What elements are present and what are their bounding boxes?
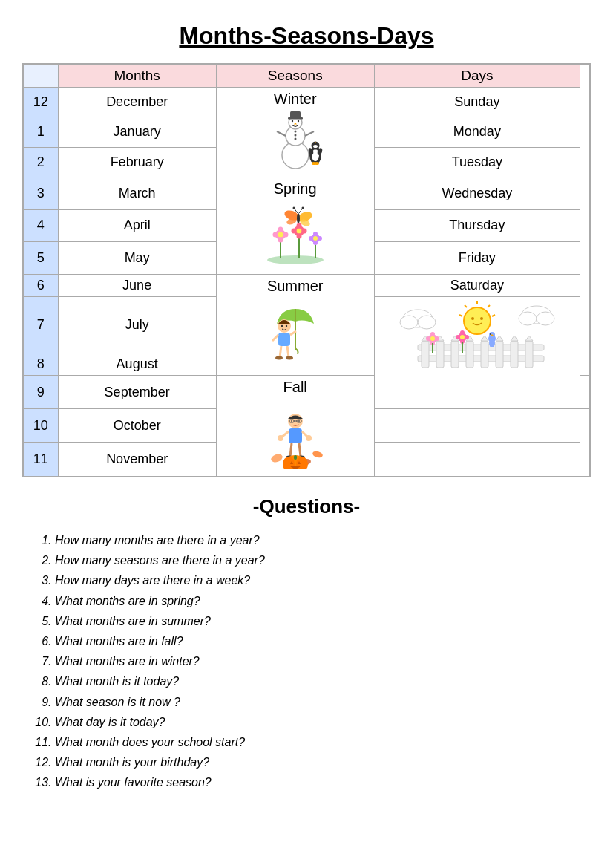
question-item: What day is it today? <box>55 712 591 732</box>
question-item: What months are in spring? <box>55 591 591 611</box>
question-item: What months are in winter? <box>55 651 591 671</box>
summer-scene-icon <box>396 300 559 389</box>
svg-point-40 <box>309 236 313 241</box>
row-num: 10 <box>23 409 58 443</box>
month-cell: July <box>58 297 216 353</box>
row-num: 9 <box>23 376 58 409</box>
question-item: What is your favorite season? <box>55 772 591 792</box>
svg-point-42 <box>313 232 318 236</box>
spring-icon <box>262 200 329 267</box>
svg-rect-90 <box>496 341 503 368</box>
svg-point-5 <box>291 120 292 122</box>
day-cell: Wednesday <box>374 177 580 210</box>
svg-point-104 <box>456 335 460 339</box>
table-row: 3 March Spring <box>23 177 590 210</box>
svg-point-106 <box>460 330 465 335</box>
svg-rect-57 <box>278 333 290 346</box>
season-fall-cell: Fall <box>216 376 374 477</box>
summer-icon <box>262 298 329 368</box>
svg-point-98 <box>435 336 439 341</box>
svg-point-43 <box>313 241 318 245</box>
svg-point-116 <box>312 450 324 458</box>
svg-line-74 <box>465 305 467 307</box>
svg-line-11 <box>277 131 286 136</box>
svg-point-52 <box>301 207 304 209</box>
svg-line-12 <box>305 131 314 136</box>
day-cell: Sunday <box>374 88 580 117</box>
month-cell: September <box>58 376 216 409</box>
svg-point-16 <box>313 145 318 148</box>
svg-point-29 <box>278 238 283 243</box>
svg-point-122 <box>291 420 292 422</box>
svg-point-34 <box>301 229 306 234</box>
day-cell: Saturday <box>374 275 580 297</box>
row-num: 12 <box>23 88 58 117</box>
svg-rect-80 <box>422 341 429 368</box>
svg-line-76 <box>459 315 462 316</box>
svg-point-21 <box>315 162 319 165</box>
svg-line-77 <box>492 315 495 316</box>
svg-point-8 <box>294 131 296 133</box>
day-summer-image-cell <box>374 297 580 409</box>
svg-point-115 <box>269 453 283 464</box>
month-cell: January <box>58 117 216 147</box>
svg-point-62 <box>275 356 283 360</box>
day-cell <box>580 376 591 409</box>
svg-point-108 <box>460 335 465 339</box>
row-num: 4 <box>23 209 58 242</box>
svg-line-130 <box>299 443 301 457</box>
row-num: 11 <box>23 443 58 477</box>
svg-point-9 <box>294 134 296 137</box>
svg-point-36 <box>296 234 301 239</box>
svg-line-60 <box>280 346 281 357</box>
season-winter-label: Winter <box>221 91 370 108</box>
svg-rect-4 <box>290 111 301 118</box>
svg-point-55 <box>281 325 282 327</box>
svg-rect-84 <box>451 341 459 368</box>
svg-marker-95 <box>525 336 533 341</box>
season-spring-label: Spring <box>221 180 370 198</box>
row-num: 7 <box>23 297 58 353</box>
day-cell: Monday <box>374 117 580 147</box>
svg-rect-136 <box>294 455 297 460</box>
svg-rect-82 <box>436 341 444 368</box>
svg-marker-91 <box>496 336 503 341</box>
svg-point-105 <box>465 335 469 339</box>
svg-point-33 <box>291 229 296 234</box>
question-item: What season is it now ? <box>55 692 591 712</box>
svg-point-128 <box>306 435 312 441</box>
svg-point-27 <box>283 232 288 238</box>
question-item: What months are in fall? <box>55 631 591 651</box>
svg-point-66 <box>418 316 436 329</box>
col-header-months: Months <box>58 64 216 88</box>
svg-line-58 <box>272 335 278 341</box>
svg-point-56 <box>285 325 286 327</box>
svg-point-123 <box>298 420 300 422</box>
month-cell: November <box>58 443 216 477</box>
row-num: 3 <box>23 177 58 210</box>
page-title: Months-Seasons-Days <box>22 22 591 50</box>
svg-point-99 <box>430 332 435 336</box>
month-cell: December <box>58 88 216 117</box>
svg-marker-89 <box>481 336 488 341</box>
svg-rect-124 <box>289 428 302 443</box>
svg-line-75 <box>488 305 490 307</box>
svg-point-72 <box>480 317 483 320</box>
svg-point-32 <box>296 229 301 234</box>
question-item: How many seasons are there in a year? <box>55 550 591 570</box>
col-header-days: Days <box>374 64 580 88</box>
svg-point-97 <box>426 336 430 341</box>
svg-point-111 <box>489 339 495 347</box>
season-fall-label: Fall <box>221 379 370 396</box>
question-item: What month is your birthday? <box>55 752 591 772</box>
svg-point-63 <box>286 356 293 360</box>
month-cell: March <box>58 177 216 210</box>
table-row: 6 June Summer <box>23 275 590 297</box>
svg-point-101 <box>430 336 435 341</box>
row-num: 1 <box>23 117 58 147</box>
svg-marker-93 <box>511 336 518 341</box>
day-cell: Tuesday <box>374 147 580 177</box>
questions-section: -Questions- How many months are there in… <box>22 495 591 792</box>
svg-point-41 <box>318 236 322 241</box>
main-table: Months Seasons Days 12 December Winter <box>22 63 591 477</box>
